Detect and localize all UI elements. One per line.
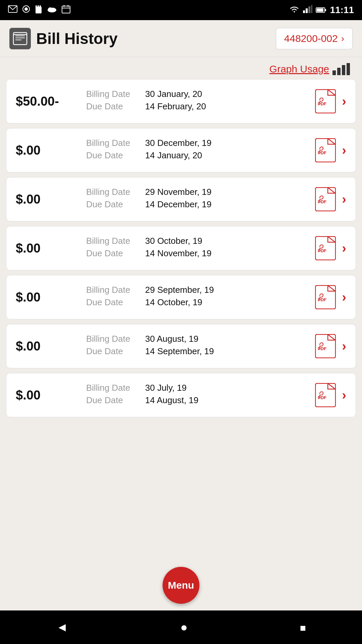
svg-rect-5 — [38, 5, 39, 8]
chevron-right-icon: › — [342, 192, 346, 207]
header-icon-box — [9, 28, 31, 49]
due-date-label: Due Date — [86, 248, 140, 259]
bill-card[interactable]: $.00 Billing Date 30 August, 19 Due Date… — [6, 324, 356, 368]
battery-icon — [316, 5, 326, 15]
due-date-row: Due Date 14 December, 19 — [86, 199, 315, 210]
bill-amount: $.00 — [16, 339, 79, 354]
bar2 — [337, 68, 341, 75]
bill-dates: Billing Date 30 August, 19 Due Date 14 S… — [79, 334, 315, 359]
status-bar: 11:11 — [0, 0, 362, 20]
bill-amount: $.00 — [16, 192, 79, 207]
bill-amount: $.00 — [16, 241, 79, 256]
pdf-icon[interactable]: PDF — [315, 187, 336, 211]
bar1 — [333, 70, 336, 75]
bill-card[interactable]: $.00 Billing Date 29 September, 19 Due D… — [6, 275, 356, 319]
billing-date-label: Billing Date — [86, 138, 140, 148]
billing-date-value: 30 August, 19 — [145, 334, 198, 344]
svg-rect-14 — [303, 10, 305, 13]
bill-actions: PDF › — [315, 187, 346, 211]
due-date-label: Due Date — [86, 101, 140, 112]
due-date-value: 14 February, 20 — [145, 101, 206, 112]
svg-text:PDF: PDF — [318, 199, 326, 204]
svg-rect-15 — [306, 8, 308, 13]
bill-actions: PDF › — [315, 334, 346, 358]
calendar-icon — [62, 5, 70, 15]
pdf-icon[interactable]: PDF — [315, 138, 336, 162]
bill-actions: PDF › — [315, 138, 346, 162]
bill-card[interactable]: $.00 Billing Date 30 December, 19 Due Da… — [6, 128, 356, 172]
back-button[interactable] — [46, 617, 78, 638]
bill-actions: PDF › — [315, 236, 346, 260]
svg-text:PDF: PDF — [318, 248, 326, 253]
svg-rect-16 — [308, 6, 310, 13]
graph-usage-link[interactable]: Graph Usage — [269, 63, 329, 75]
due-date-label: Due Date — [86, 297, 140, 308]
svg-text:PDF: PDF — [318, 395, 326, 400]
bill-card[interactable]: $50.00- Billing Date 30 January, 20 Due … — [6, 79, 356, 123]
chevron-right-icon: › — [342, 143, 346, 158]
bill-dates: Billing Date 30 December, 19 Due Date 14… — [79, 138, 315, 163]
svg-text:PDF: PDF — [318, 346, 326, 351]
due-date-row: Due Date 14 September, 19 — [86, 346, 315, 357]
bill-dates: Billing Date 29 November, 19 Due Date 14… — [79, 187, 315, 212]
billing-date-value: 30 July, 19 — [145, 383, 187, 393]
recent-apps-button[interactable] — [290, 617, 316, 638]
billing-date-row: Billing Date 30 October, 19 — [86, 236, 315, 246]
svg-rect-20 — [325, 9, 326, 11]
chevron-right-icon: › — [342, 339, 346, 354]
bill-dates: Billing Date 30 July, 19 Due Date 14 Aug… — [79, 383, 315, 408]
bill-amount: $.00 — [16, 388, 79, 402]
billing-date-label: Billing Date — [86, 383, 140, 393]
bill-card[interactable]: $.00 Billing Date 30 October, 19 Due Dat… — [6, 226, 356, 270]
bill-amount: $.00 — [16, 290, 79, 305]
record-icon — [22, 5, 30, 15]
pdf-icon[interactable]: PDF — [315, 89, 336, 113]
pdf-icon[interactable]: PDF — [315, 285, 336, 309]
menu-button[interactable]: Menu — [163, 567, 199, 604]
bill-amount: $50.00- — [16, 94, 79, 109]
svg-rect-6 — [40, 5, 41, 8]
account-arrow-icon: › — [341, 33, 344, 44]
account-number-text: 448200-002 — [284, 33, 338, 44]
pdf-icon[interactable]: PDF — [315, 383, 336, 407]
chevron-right-icon: › — [342, 290, 346, 305]
bill-dates: Billing Date 30 January, 20 Due Date 14 … — [79, 89, 315, 114]
due-date-value: 14 October, 19 — [145, 297, 202, 308]
account-number-button[interactable]: 448200-002 › — [276, 28, 353, 49]
status-icons-right: 11:11 — [289, 5, 354, 15]
bill-card[interactable]: $.00 Billing Date 30 July, 19 Due Date 1… — [6, 373, 356, 417]
bar-chart-icon — [333, 63, 350, 75]
bill-actions: PDF › — [315, 383, 346, 407]
svg-rect-19 — [317, 8, 323, 12]
due-date-label: Due Date — [86, 150, 140, 161]
billing-date-label: Billing Date — [86, 236, 140, 246]
signal-icon — [303, 5, 312, 15]
bill-card[interactable]: $.00 Billing Date 29 November, 19 Due Da… — [6, 177, 356, 221]
billing-date-row: Billing Date 30 August, 19 — [86, 334, 315, 344]
gmail-icon — [8, 5, 17, 15]
svg-point-2 — [24, 7, 28, 11]
billing-date-value: 29 November, 19 — [145, 187, 212, 197]
status-icons-left — [8, 5, 70, 15]
due-date-row: Due Date 14 October, 19 — [86, 297, 315, 308]
billing-date-row: Billing Date 29 September, 19 — [86, 285, 315, 295]
due-date-value: 14 August, 19 — [145, 395, 198, 406]
billing-date-row: Billing Date 30 July, 19 — [86, 383, 315, 393]
svg-point-9 — [51, 8, 55, 11]
due-date-label: Due Date — [86, 395, 140, 406]
pdf-icon[interactable]: PDF — [315, 334, 336, 358]
due-date-row: Due Date 14 August, 19 — [86, 395, 315, 406]
svg-text:PDF: PDF — [318, 150, 326, 155]
bar4 — [347, 63, 350, 75]
wifi-icon — [289, 5, 300, 15]
pdf-icon[interactable]: PDF — [315, 236, 336, 260]
chevron-right-icon: › — [342, 241, 346, 256]
billing-date-value: 30 October, 19 — [145, 236, 202, 246]
svg-text:PDF: PDF — [318, 297, 326, 302]
page-title: Bill History — [36, 30, 118, 48]
home-button[interactable] — [170, 617, 198, 638]
header-left: Bill History — [9, 28, 118, 49]
bill-dates: Billing Date 29 September, 19 Due Date 1… — [79, 285, 315, 310]
due-date-value: 14 November, 19 — [145, 248, 212, 259]
billing-date-label: Billing Date — [86, 334, 140, 344]
